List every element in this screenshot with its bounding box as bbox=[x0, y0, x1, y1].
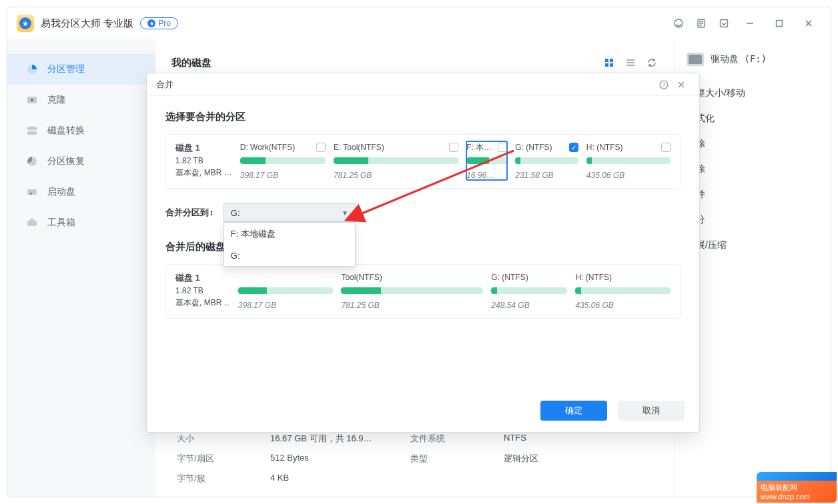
partition-name: Tool(NTFS) bbox=[341, 273, 382, 282]
usage-bar bbox=[575, 287, 671, 294]
disk-meta-after: 磁盘 1 1.82 TB 基本盘, MBR … bbox=[175, 271, 230, 310]
dropdown-option[interactable]: F: 本地磁盘 bbox=[224, 223, 355, 245]
partition-name: E: Tool(NTFS) bbox=[334, 143, 384, 152]
merge-to-label: 合并分区到: bbox=[165, 207, 214, 219]
usage-bar bbox=[238, 287, 334, 294]
partition-block: 398.17 GB bbox=[238, 271, 334, 310]
cancel-button[interactable]: 取消 bbox=[618, 401, 685, 421]
partition-size: 781.25 GB bbox=[341, 301, 483, 310]
partition-checkbox[interactable] bbox=[449, 143, 458, 152]
modal-body: 选择要合并的分区 磁盘 1 1.82 TB 基本盘, MBR … D: Work… bbox=[147, 96, 699, 389]
partition-size: 398.17 GB bbox=[238, 301, 334, 310]
usage-bar bbox=[466, 157, 507, 164]
dropdown-list: F: 本地磁盘 G: bbox=[224, 222, 356, 267]
partition-size: 398.17 GB bbox=[240, 171, 326, 180]
merge-to-row: 合并分区到: G: ▼ F: 本地磁盘 G: bbox=[165, 203, 681, 222]
help-icon[interactable]: ? bbox=[655, 76, 673, 93]
dropdown-selected[interactable]: G: ▼ bbox=[224, 203, 356, 222]
modal-overlay: 合并 ? 选择要合并的分区 磁盘 1 1.82 TB 基本盘, MBR … D:… bbox=[7, 7, 831, 497]
partition-block: Tool(NTFS)781.25 GB bbox=[341, 271, 483, 310]
partition-block[interactable]: D: Work(NTFS)398.17 GB bbox=[240, 141, 326, 180]
dropdown-option[interactable]: G: bbox=[224, 245, 355, 266]
disk-strip-before: 磁盘 1 1.82 TB 基本盘, MBR … D: Work(NTFS)398… bbox=[165, 134, 681, 189]
usage-bar bbox=[515, 157, 578, 164]
svg-text:?: ? bbox=[662, 81, 665, 88]
partition-size: 248.54 GB bbox=[491, 301, 567, 310]
modal-close-icon[interactable] bbox=[673, 76, 690, 93]
usage-bar bbox=[586, 157, 671, 164]
select-section-title: 选择要合并的分区 bbox=[165, 111, 681, 123]
dropdown-selected-text: G: bbox=[231, 208, 240, 218]
usage-bar bbox=[491, 287, 567, 294]
disk-strip-after: 磁盘 1 1.82 TB 基本盘, MBR … 398.17 GBTool(NT… bbox=[165, 264, 681, 319]
partition-checkbox[interactable] bbox=[498, 143, 507, 152]
partition-size: 435.06 GB bbox=[586, 171, 671, 180]
modal-title: 合并 bbox=[156, 79, 173, 91]
partition-block[interactable]: H: (NTFS)435.06 GB bbox=[586, 141, 671, 180]
usage-bar bbox=[341, 287, 483, 294]
chevron-down-icon: ▼ bbox=[342, 209, 348, 217]
disk-name: 磁盘 1 bbox=[175, 271, 230, 285]
modal-titlebar: 合并 ? bbox=[147, 73, 699, 96]
partition-block[interactable]: E: Tool(NTFS)781.25 GB bbox=[334, 141, 458, 180]
partition-checkbox[interactable]: ✓ bbox=[569, 143, 578, 152]
app-window: ★ 易我分区大师 专业版 ★ Pro 分区管理 克 bbox=[7, 7, 831, 497]
usage-bar bbox=[240, 157, 326, 164]
disk-type: 基本盘, MBR … bbox=[175, 167, 232, 179]
partition-name: F: 本… bbox=[466, 142, 492, 153]
partition-checkbox[interactable] bbox=[661, 143, 671, 152]
merge-modal: 合并 ? 选择要合并的分区 磁盘 1 1.82 TB 基本盘, MBR … D:… bbox=[146, 73, 700, 433]
partition-name: H: (NTFS) bbox=[586, 143, 623, 152]
disk-size: 1.82 TB bbox=[175, 285, 230, 297]
partition-size: 435.06 GB bbox=[575, 301, 671, 310]
partition-block[interactable]: F: 本…16.96… bbox=[466, 141, 507, 180]
partition-block: H: (NTFS)435.06 GB bbox=[575, 271, 671, 310]
disk-type: 基本盘, MBR … bbox=[175, 297, 230, 309]
partition-checkbox[interactable] bbox=[316, 143, 326, 152]
ok-button[interactable]: 确定 bbox=[540, 401, 607, 421]
partition-block: G: (NTFS)248.54 GB bbox=[491, 271, 567, 310]
partition-block[interactable]: G: (NTFS)✓231.58 GB bbox=[515, 141, 578, 180]
merge-to-dropdown[interactable]: G: ▼ F: 本地磁盘 G: bbox=[224, 203, 356, 222]
partition-name: H: (NTFS) bbox=[575, 273, 612, 282]
disk-meta-before: 磁盘 1 1.82 TB 基本盘, MBR … bbox=[175, 141, 232, 180]
partition-name: D: Work(NTFS) bbox=[240, 143, 295, 152]
partition-size: 781.25 GB bbox=[334, 171, 458, 180]
usage-bar bbox=[334, 157, 458, 164]
partition-size: 16.96… bbox=[466, 171, 507, 180]
disk-name: 磁盘 1 bbox=[175, 141, 232, 155]
partition-name: G: (NTFS) bbox=[515, 143, 552, 152]
partition-size: 231.58 GB bbox=[515, 171, 578, 180]
disk-size: 1.82 TB bbox=[175, 155, 232, 167]
modal-buttons: 确定 取消 bbox=[147, 389, 699, 432]
partition-name: G: (NTFS) bbox=[491, 273, 528, 282]
